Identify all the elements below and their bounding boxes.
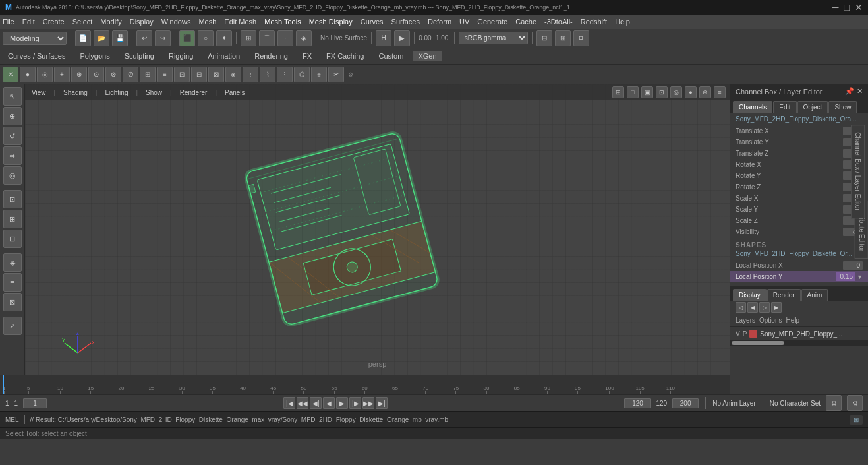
layer-icon-3[interactable]: ▷ [759, 302, 770, 313]
shelf-icon-3[interactable]: ◎ [37, 67, 53, 82]
snap-grid-icon[interactable]: ⊞ [241, 30, 256, 46]
shelf-icon-19[interactable]: ⎈ [311, 67, 327, 82]
vp-icon-8[interactable]: ≡ [714, 86, 726, 98]
shelf-icon-4[interactable]: + [54, 67, 70, 82]
tool-5[interactable]: ◎ [3, 166, 22, 185]
tab-display[interactable]: Display [733, 289, 767, 301]
redo-icon[interactable]: ↪ [155, 30, 171, 46]
titlebar-controls[interactable]: ─ □ ✕ [832, 2, 863, 13]
renderer-menu[interactable]: Renderer [177, 89, 210, 96]
tool-11[interactable]: ⊠ [3, 293, 22, 311]
tool-9[interactable]: ◈ [3, 253, 22, 272]
menu-edit[interactable]: Edit [22, 18, 35, 26]
menu-display[interactable]: Display [130, 18, 154, 26]
menu-mesh-tools[interactable]: Mesh Tools [264, 18, 301, 26]
shelf-icon-2[interactable]: ● [20, 67, 36, 82]
menu-mesh-display[interactable]: Mesh Display [309, 18, 353, 26]
render-icon[interactable]: ▶ [394, 30, 410, 46]
panels-menu[interactable]: Panels [222, 89, 248, 96]
shelf-icon-12[interactable]: ⊟ [191, 67, 207, 82]
go-start-btn[interactable]: |◀ [283, 397, 295, 409]
tool-3[interactable]: ↺ [3, 127, 22, 145]
tab-custom[interactable]: Custom [374, 51, 409, 61]
menu-mesh[interactable]: Mesh [198, 18, 216, 26]
channel-box-close[interactable]: ✕ [857, 87, 863, 96]
tab-rendering[interactable]: Rendering [249, 51, 293, 61]
settings-icon[interactable]: ⚙ [573, 30, 589, 46]
step-fwd-btn[interactable]: ▶▶ [362, 397, 374, 409]
settings-bc-icon[interactable]: ⚙ [826, 395, 842, 411]
menu-deform[interactable]: Deform [428, 18, 451, 26]
maximize-button[interactable]: □ [844, 2, 850, 13]
tool-2[interactable]: ⊕ [3, 107, 22, 125]
shelf-icon-11[interactable]: ⊡ [174, 67, 190, 82]
select-icon[interactable]: ⬛ [179, 30, 195, 46]
menu-surfaces[interactable]: Surfaces [391, 18, 420, 26]
subtab-layers[interactable]: Layers [736, 317, 755, 324]
tool-4[interactable]: ⇔ [3, 146, 22, 165]
shelf-icon-1[interactable]: ✕ [3, 67, 18, 82]
tool-10[interactable]: ≡ [3, 273, 22, 292]
menu-redshift[interactable]: Redshift [581, 18, 607, 26]
menu-windows[interactable]: Windows [161, 18, 191, 26]
tab-edit[interactable]: Edit [773, 101, 796, 113]
prev-key-btn[interactable]: ◀| [310, 397, 322, 409]
modeling-dropdown[interactable]: Modeling Rigging Animation [3, 32, 67, 45]
tab-show[interactable]: Show [828, 101, 857, 113]
close-button[interactable]: ✕ [855, 2, 863, 13]
vp-icon-2[interactable]: □ [627, 86, 639, 98]
ui-toggle-icon[interactable]: ⊟ [536, 30, 552, 46]
local-pos-y-expand[interactable]: ▼ [857, 274, 863, 280]
shelf-icon-9[interactable]: ⊞ [140, 67, 156, 82]
viewport[interactable]: View | Shading | Lighting | Show | Rende… [25, 84, 730, 375]
shelf-icon-10[interactable]: ≡ [157, 67, 173, 82]
shelf-icon-8[interactable]: ∅ [123, 67, 138, 82]
tool-6[interactable]: ⊡ [3, 190, 22, 208]
status-icon-btn[interactable]: ⊞ [850, 415, 863, 425]
save-file-icon[interactable]: 💾 [112, 30, 128, 46]
menu-curves[interactable]: Curves [361, 18, 384, 26]
minimize-button[interactable]: ─ [832, 2, 839, 13]
channel-box-pin[interactable]: 📌 [845, 87, 854, 96]
tab-xgen[interactable]: XGen [413, 51, 442, 61]
menu-select[interactable]: Select [72, 18, 93, 26]
menu-file[interactable]: File [3, 18, 14, 26]
shelf-icon-16[interactable]: ⌇ [260, 67, 275, 82]
lasso-icon[interactable]: ○ [198, 30, 214, 46]
shelf-icon-7[interactable]: ⊗ [105, 67, 121, 82]
shelf-icon-5[interactable]: ⊕ [71, 67, 87, 82]
shelf-icon-17[interactable]: ⋮ [277, 67, 293, 82]
paint-select-icon[interactable]: ✦ [216, 30, 232, 46]
tab-sculpting[interactable]: Sculpting [119, 51, 159, 61]
tool-7[interactable]: ⊞ [3, 210, 22, 228]
next-key-btn[interactable]: |▶ [349, 397, 361, 409]
shelf-icon-13[interactable]: ⊠ [208, 67, 224, 82]
layer-icon-1[interactable]: ◁ [736, 302, 746, 313]
vp-icon-6[interactable]: ● [685, 86, 697, 98]
shading-menu[interactable]: Shading [61, 89, 90, 96]
snap-surface-icon[interactable]: ◈ [296, 30, 312, 46]
channel-box-layer-tab[interactable]: Channel Box / Layer Editor [852, 125, 865, 218]
local-pos-y-controls[interactable]: 0.15 ▼ [836, 272, 863, 281]
history-icon[interactable]: H [376, 30, 391, 46]
menu-modify[interactable]: Modify [100, 18, 121, 26]
current-frame-input[interactable] [23, 398, 47, 408]
tab-fx[interactable]: FX [297, 51, 317, 61]
shelf-icon-6[interactable]: ⊙ [88, 67, 104, 82]
shelf-icon-18[interactable]: ⌬ [294, 67, 310, 82]
tab-channels[interactable]: Channels [733, 101, 772, 113]
menu-create[interactable]: Create [43, 18, 65, 26]
shelf-icon-14[interactable]: ◈ [225, 67, 241, 82]
play-fwd-btn[interactable]: ▶ [336, 397, 348, 409]
max-time-input[interactable] [672, 398, 699, 408]
vp-icon-7[interactable]: ⊕ [699, 86, 711, 98]
tab-curves-surfaces[interactable]: Curves / Surfaces [3, 51, 71, 61]
layer-icon-2[interactable]: ◀ [747, 302, 758, 313]
menu-edit-mesh[interactable]: Edit Mesh [224, 18, 256, 26]
shelf-icon-20[interactable]: ✂ [328, 67, 344, 82]
channel-box-controls[interactable]: 📌 ✕ [845, 87, 863, 96]
menu-3dtoall[interactable]: -3DtoAll- [544, 18, 573, 26]
subtab-options[interactable]: Options [759, 317, 782, 324]
undo-icon[interactable]: ↩ [136, 30, 152, 46]
tab-polygons[interactable]: Polygons [74, 51, 115, 61]
